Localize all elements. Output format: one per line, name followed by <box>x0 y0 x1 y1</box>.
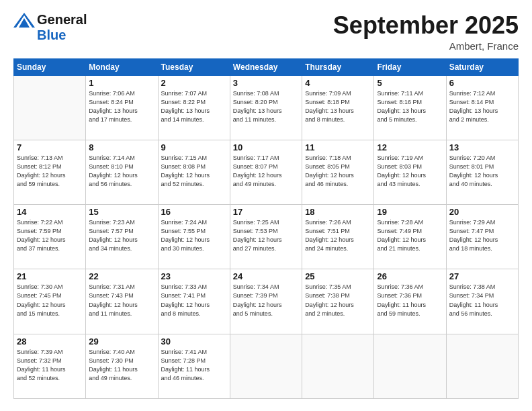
day-number: 21 <box>17 271 83 281</box>
cell-daylight-info: Sunrise: 7:08 AMSunset: 8:20 PMDaylight:… <box>233 89 299 124</box>
calendar-cell <box>374 334 446 398</box>
calendar-table: Sunday Monday Tuesday Wednesday Thursday… <box>13 58 519 399</box>
calendar-cell <box>446 334 518 398</box>
day-number: 22 <box>89 271 154 281</box>
day-number: 20 <box>449 207 515 217</box>
cell-daylight-info: Sunrise: 7:19 AMSunset: 8:03 PMDaylight:… <box>377 154 443 189</box>
cell-daylight-info: Sunrise: 7:24 AMSunset: 7:55 PMDaylight:… <box>161 218 227 253</box>
calendar-cell: 21Sunrise: 7:30 AMSunset: 7:45 PMDayligh… <box>14 269 86 334</box>
calendar-cell: 23Sunrise: 7:33 AMSunset: 7:41 PMDayligh… <box>158 269 230 334</box>
calendar-cell: 29Sunrise: 7:40 AMSunset: 7:30 PMDayligh… <box>86 334 158 398</box>
calendar-cell: 11Sunrise: 7:18 AMSunset: 8:05 PMDayligh… <box>302 140 374 204</box>
calendar-cell: 12Sunrise: 7:19 AMSunset: 8:03 PMDayligh… <box>374 140 446 204</box>
logo-blue: Blue <box>37 28 66 43</box>
day-number: 10 <box>233 142 299 152</box>
day-number: 12 <box>377 142 443 152</box>
calendar-week-2: 7Sunrise: 7:13 AMSunset: 8:12 PMDaylight… <box>14 140 519 204</box>
day-number: 5 <box>377 78 443 88</box>
cell-daylight-info: Sunrise: 7:28 AMSunset: 7:49 PMDaylight:… <box>377 218 443 253</box>
day-number: 18 <box>305 207 371 217</box>
cell-daylight-info: Sunrise: 7:34 AMSunset: 7:39 PMDaylight:… <box>233 283 299 318</box>
col-friday: Friday <box>374 58 446 75</box>
calendar-cell: 17Sunrise: 7:25 AMSunset: 7:53 PMDayligh… <box>230 205 302 269</box>
cell-daylight-info: Sunrise: 7:35 AMSunset: 7:38 PMDaylight:… <box>305 283 371 318</box>
day-number: 7 <box>17 142 83 152</box>
calendar-cell <box>302 334 374 398</box>
day-number: 1 <box>89 78 154 88</box>
logo-icon <box>13 13 35 28</box>
day-number: 13 <box>449 142 515 152</box>
col-tuesday: Tuesday <box>158 58 230 75</box>
day-number: 17 <box>233 207 299 217</box>
day-number: 4 <box>305 78 371 88</box>
cell-daylight-info: Sunrise: 7:26 AMSunset: 7:51 PMDaylight:… <box>305 218 371 253</box>
calendar-cell: 9Sunrise: 7:15 AMSunset: 8:08 PMDaylight… <box>158 140 230 204</box>
day-number: 11 <box>305 142 371 152</box>
day-number: 19 <box>377 207 443 217</box>
calendar-week-5: 28Sunrise: 7:39 AMSunset: 7:32 PMDayligh… <box>14 334 519 398</box>
cell-daylight-info: Sunrise: 7:30 AMSunset: 7:45 PMDaylight:… <box>17 283 83 318</box>
logo-general: General <box>37 12 87 28</box>
calendar-cell: 26Sunrise: 7:36 AMSunset: 7:36 PMDayligh… <box>374 269 446 334</box>
header: General Blue September 2025 Ambert, Fran… <box>13 12 519 52</box>
calendar-week-1: 1Sunrise: 7:06 AMSunset: 8:24 PMDaylight… <box>14 75 519 140</box>
calendar-header-row: Sunday Monday Tuesday Wednesday Thursday… <box>14 58 519 75</box>
month-title: September 2025 <box>333 12 519 39</box>
cell-daylight-info: Sunrise: 7:17 AMSunset: 8:07 PMDaylight:… <box>233 154 299 189</box>
day-number: 16 <box>161 207 227 217</box>
day-number: 25 <box>305 271 371 281</box>
day-number: 27 <box>449 271 515 281</box>
calendar-cell: 19Sunrise: 7:28 AMSunset: 7:49 PMDayligh… <box>374 205 446 269</box>
calendar-cell: 18Sunrise: 7:26 AMSunset: 7:51 PMDayligh… <box>302 205 374 269</box>
cell-daylight-info: Sunrise: 7:12 AMSunset: 8:14 PMDaylight:… <box>449 89 515 124</box>
calendar-cell: 10Sunrise: 7:17 AMSunset: 8:07 PMDayligh… <box>230 140 302 204</box>
day-number: 2 <box>161 78 227 88</box>
day-number: 8 <box>89 142 154 152</box>
cell-daylight-info: Sunrise: 7:15 AMSunset: 8:08 PMDaylight:… <box>161 154 227 189</box>
calendar-cell: 27Sunrise: 7:38 AMSunset: 7:34 PMDayligh… <box>446 269 518 334</box>
cell-daylight-info: Sunrise: 7:07 AMSunset: 8:22 PMDaylight:… <box>161 89 227 124</box>
cell-daylight-info: Sunrise: 7:29 AMSunset: 7:47 PMDaylight:… <box>449 218 515 253</box>
day-number: 6 <box>449 78 515 88</box>
calendar-cell: 5Sunrise: 7:11 AMSunset: 8:16 PMDaylight… <box>374 75 446 140</box>
calendar-cell: 8Sunrise: 7:14 AMSunset: 8:10 PMDaylight… <box>86 140 158 204</box>
day-number: 23 <box>161 271 227 281</box>
calendar-cell: 4Sunrise: 7:09 AMSunset: 8:18 PMDaylight… <box>302 75 374 140</box>
cell-daylight-info: Sunrise: 7:31 AMSunset: 7:43 PMDaylight:… <box>89 283 154 318</box>
cell-daylight-info: Sunrise: 7:25 AMSunset: 7:53 PMDaylight:… <box>233 218 299 253</box>
title-block: September 2025 Ambert, France <box>333 12 519 52</box>
col-saturday: Saturday <box>446 58 518 75</box>
calendar-cell: 3Sunrise: 7:08 AMSunset: 8:20 PMDaylight… <box>230 75 302 140</box>
day-number: 14 <box>17 207 83 217</box>
cell-daylight-info: Sunrise: 7:22 AMSunset: 7:59 PMDaylight:… <box>17 218 83 253</box>
calendar-cell: 2Sunrise: 7:07 AMSunset: 8:22 PMDaylight… <box>158 75 230 140</box>
cell-daylight-info: Sunrise: 7:39 AMSunset: 7:32 PMDaylight:… <box>17 348 83 383</box>
calendar-cell: 16Sunrise: 7:24 AMSunset: 7:55 PMDayligh… <box>158 205 230 269</box>
calendar-cell: 14Sunrise: 7:22 AMSunset: 7:59 PMDayligh… <box>14 205 86 269</box>
day-number: 28 <box>17 336 83 347</box>
page: General Blue September 2025 Ambert, Fran… <box>0 0 532 411</box>
day-number: 9 <box>161 142 227 152</box>
col-thursday: Thursday <box>302 58 374 75</box>
cell-daylight-info: Sunrise: 7:33 AMSunset: 7:41 PMDaylight:… <box>161 283 227 318</box>
calendar-cell: 7Sunrise: 7:13 AMSunset: 8:12 PMDaylight… <box>14 140 86 204</box>
calendar-cell: 1Sunrise: 7:06 AMSunset: 8:24 PMDaylight… <box>86 75 158 140</box>
day-number: 15 <box>89 207 154 217</box>
cell-daylight-info: Sunrise: 7:09 AMSunset: 8:18 PMDaylight:… <box>305 89 371 124</box>
calendar-cell: 25Sunrise: 7:35 AMSunset: 7:38 PMDayligh… <box>302 269 374 334</box>
calendar-cell: 28Sunrise: 7:39 AMSunset: 7:32 PMDayligh… <box>14 334 86 398</box>
calendar-week-4: 21Sunrise: 7:30 AMSunset: 7:45 PMDayligh… <box>14 269 519 334</box>
calendar-cell: 13Sunrise: 7:20 AMSunset: 8:01 PMDayligh… <box>446 140 518 204</box>
cell-daylight-info: Sunrise: 7:13 AMSunset: 8:12 PMDaylight:… <box>17 154 83 189</box>
day-number: 3 <box>233 78 299 88</box>
cell-daylight-info: Sunrise: 7:40 AMSunset: 7:30 PMDaylight:… <box>89 348 154 383</box>
day-number: 29 <box>89 336 154 347</box>
cell-daylight-info: Sunrise: 7:38 AMSunset: 7:34 PMDaylight:… <box>449 283 515 318</box>
calendar-cell: 24Sunrise: 7:34 AMSunset: 7:39 PMDayligh… <box>230 269 302 334</box>
calendar-cell: 30Sunrise: 7:41 AMSunset: 7:28 PMDayligh… <box>158 334 230 398</box>
calendar-cell: 20Sunrise: 7:29 AMSunset: 7:47 PMDayligh… <box>446 205 518 269</box>
cell-daylight-info: Sunrise: 7:20 AMSunset: 8:01 PMDaylight:… <box>449 154 515 189</box>
col-monday: Monday <box>86 58 158 75</box>
day-number: 24 <box>233 271 299 281</box>
day-number: 30 <box>161 336 227 347</box>
